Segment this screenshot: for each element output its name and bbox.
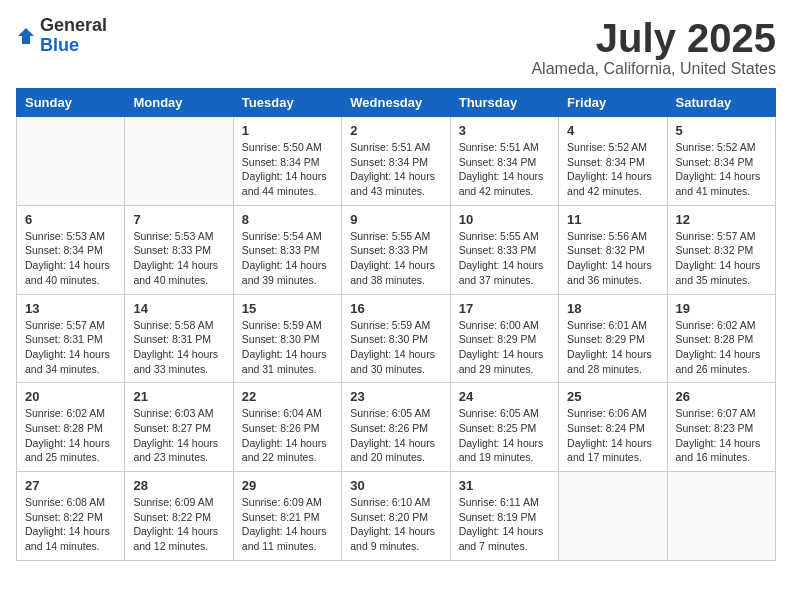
day-number: 3: [459, 123, 550, 138]
day-info: Sunrise: 6:09 AMSunset: 8:22 PMDaylight:…: [133, 495, 224, 554]
day-info: Sunrise: 6:04 AMSunset: 8:26 PMDaylight:…: [242, 406, 333, 465]
day-info: Sunrise: 5:51 AMSunset: 8:34 PMDaylight:…: [350, 140, 441, 199]
table-row: [17, 117, 125, 206]
header-friday: Friday: [559, 89, 667, 117]
table-row: 27Sunrise: 6:08 AMSunset: 8:22 PMDayligh…: [17, 472, 125, 561]
table-row: 3Sunrise: 5:51 AMSunset: 8:34 PMDaylight…: [450, 117, 558, 206]
day-info: Sunrise: 5:55 AMSunset: 8:33 PMDaylight:…: [459, 229, 550, 288]
logo-icon: [16, 26, 36, 46]
day-number: 6: [25, 212, 116, 227]
day-info: Sunrise: 5:57 AMSunset: 8:31 PMDaylight:…: [25, 318, 116, 377]
calendar-week-row: 13Sunrise: 5:57 AMSunset: 8:31 PMDayligh…: [17, 294, 776, 383]
day-info: Sunrise: 5:59 AMSunset: 8:30 PMDaylight:…: [242, 318, 333, 377]
day-info: Sunrise: 5:58 AMSunset: 8:31 PMDaylight:…: [133, 318, 224, 377]
day-info: Sunrise: 5:57 AMSunset: 8:32 PMDaylight:…: [676, 229, 767, 288]
day-number: 4: [567, 123, 658, 138]
table-row: 21Sunrise: 6:03 AMSunset: 8:27 PMDayligh…: [125, 383, 233, 472]
header: General Blue July 2025 Alameda, Californ…: [16, 16, 776, 78]
table-row: 2Sunrise: 5:51 AMSunset: 8:34 PMDaylight…: [342, 117, 450, 206]
day-info: Sunrise: 6:01 AMSunset: 8:29 PMDaylight:…: [567, 318, 658, 377]
header-saturday: Saturday: [667, 89, 775, 117]
day-info: Sunrise: 6:11 AMSunset: 8:19 PMDaylight:…: [459, 495, 550, 554]
day-info: Sunrise: 5:54 AMSunset: 8:33 PMDaylight:…: [242, 229, 333, 288]
day-info: Sunrise: 6:00 AMSunset: 8:29 PMDaylight:…: [459, 318, 550, 377]
header-thursday: Thursday: [450, 89, 558, 117]
day-number: 19: [676, 301, 767, 316]
day-number: 26: [676, 389, 767, 404]
table-row: 24Sunrise: 6:05 AMSunset: 8:25 PMDayligh…: [450, 383, 558, 472]
table-row: 18Sunrise: 6:01 AMSunset: 8:29 PMDayligh…: [559, 294, 667, 383]
table-row: 4Sunrise: 5:52 AMSunset: 8:34 PMDaylight…: [559, 117, 667, 206]
day-number: 17: [459, 301, 550, 316]
title-block: July 2025 Alameda, California, United St…: [531, 16, 776, 78]
table-row: 23Sunrise: 6:05 AMSunset: 8:26 PMDayligh…: [342, 383, 450, 472]
day-info: Sunrise: 5:50 AMSunset: 8:34 PMDaylight:…: [242, 140, 333, 199]
day-number: 23: [350, 389, 441, 404]
table-row: [125, 117, 233, 206]
table-row: 11Sunrise: 5:56 AMSunset: 8:32 PMDayligh…: [559, 205, 667, 294]
day-info: Sunrise: 5:55 AMSunset: 8:33 PMDaylight:…: [350, 229, 441, 288]
day-number: 8: [242, 212, 333, 227]
day-number: 14: [133, 301, 224, 316]
header-sunday: Sunday: [17, 89, 125, 117]
day-info: Sunrise: 6:07 AMSunset: 8:23 PMDaylight:…: [676, 406, 767, 465]
calendar-week-row: 20Sunrise: 6:02 AMSunset: 8:28 PMDayligh…: [17, 383, 776, 472]
day-info: Sunrise: 5:52 AMSunset: 8:34 PMDaylight:…: [567, 140, 658, 199]
day-info: Sunrise: 6:02 AMSunset: 8:28 PMDaylight:…: [25, 406, 116, 465]
svg-marker-0: [18, 28, 34, 44]
day-number: 5: [676, 123, 767, 138]
subtitle: Alameda, California, United States: [531, 60, 776, 78]
day-number: 20: [25, 389, 116, 404]
table-row: 9Sunrise: 5:55 AMSunset: 8:33 PMDaylight…: [342, 205, 450, 294]
logo: General Blue: [16, 16, 107, 56]
day-info: Sunrise: 6:03 AMSunset: 8:27 PMDaylight:…: [133, 406, 224, 465]
table-row: 25Sunrise: 6:06 AMSunset: 8:24 PMDayligh…: [559, 383, 667, 472]
calendar-week-row: 27Sunrise: 6:08 AMSunset: 8:22 PMDayligh…: [17, 472, 776, 561]
table-row: 19Sunrise: 6:02 AMSunset: 8:28 PMDayligh…: [667, 294, 775, 383]
day-number: 31: [459, 478, 550, 493]
main-title: July 2025: [531, 16, 776, 60]
logo-general: General: [40, 16, 107, 36]
day-number: 11: [567, 212, 658, 227]
day-info: Sunrise: 6:05 AMSunset: 8:25 PMDaylight:…: [459, 406, 550, 465]
table-row: 7Sunrise: 5:53 AMSunset: 8:33 PMDaylight…: [125, 205, 233, 294]
calendar-week-row: 1Sunrise: 5:50 AMSunset: 8:34 PMDaylight…: [17, 117, 776, 206]
header-wednesday: Wednesday: [342, 89, 450, 117]
calendar-header-row: Sunday Monday Tuesday Wednesday Thursday…: [17, 89, 776, 117]
day-info: Sunrise: 5:51 AMSunset: 8:34 PMDaylight:…: [459, 140, 550, 199]
day-number: 25: [567, 389, 658, 404]
day-number: 12: [676, 212, 767, 227]
day-info: Sunrise: 5:53 AMSunset: 8:34 PMDaylight:…: [25, 229, 116, 288]
day-number: 16: [350, 301, 441, 316]
calendar-table: Sunday Monday Tuesday Wednesday Thursday…: [16, 88, 776, 561]
table-row: 16Sunrise: 5:59 AMSunset: 8:30 PMDayligh…: [342, 294, 450, 383]
day-number: 30: [350, 478, 441, 493]
table-row: 6Sunrise: 5:53 AMSunset: 8:34 PMDaylight…: [17, 205, 125, 294]
day-info: Sunrise: 5:59 AMSunset: 8:30 PMDaylight:…: [350, 318, 441, 377]
logo-blue: Blue: [40, 36, 107, 56]
day-number: 29: [242, 478, 333, 493]
table-row: [559, 472, 667, 561]
table-row: 20Sunrise: 6:02 AMSunset: 8:28 PMDayligh…: [17, 383, 125, 472]
day-number: 27: [25, 478, 116, 493]
day-number: 10: [459, 212, 550, 227]
table-row: 30Sunrise: 6:10 AMSunset: 8:20 PMDayligh…: [342, 472, 450, 561]
header-monday: Monday: [125, 89, 233, 117]
table-row: 13Sunrise: 5:57 AMSunset: 8:31 PMDayligh…: [17, 294, 125, 383]
day-number: 9: [350, 212, 441, 227]
table-row: 5Sunrise: 5:52 AMSunset: 8:34 PMDaylight…: [667, 117, 775, 206]
day-number: 2: [350, 123, 441, 138]
day-number: 1: [242, 123, 333, 138]
day-info: Sunrise: 6:05 AMSunset: 8:26 PMDaylight:…: [350, 406, 441, 465]
day-info: Sunrise: 6:08 AMSunset: 8:22 PMDaylight:…: [25, 495, 116, 554]
table-row: 10Sunrise: 5:55 AMSunset: 8:33 PMDayligh…: [450, 205, 558, 294]
day-number: 22: [242, 389, 333, 404]
day-number: 18: [567, 301, 658, 316]
day-info: Sunrise: 6:06 AMSunset: 8:24 PMDaylight:…: [567, 406, 658, 465]
table-row: 14Sunrise: 5:58 AMSunset: 8:31 PMDayligh…: [125, 294, 233, 383]
day-number: 24: [459, 389, 550, 404]
table-row: 22Sunrise: 6:04 AMSunset: 8:26 PMDayligh…: [233, 383, 341, 472]
day-number: 21: [133, 389, 224, 404]
logo-text: General Blue: [40, 16, 107, 56]
day-info: Sunrise: 6:02 AMSunset: 8:28 PMDaylight:…: [676, 318, 767, 377]
